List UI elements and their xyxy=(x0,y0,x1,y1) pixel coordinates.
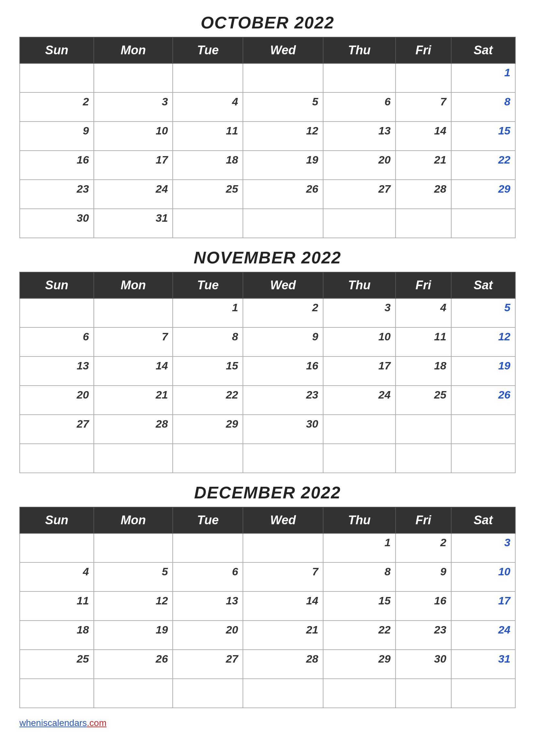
table-row: 23242526272829 xyxy=(20,180,515,209)
oct-header-thu: Thu xyxy=(323,37,396,63)
calendar-cell: 15 xyxy=(173,357,243,386)
calendar-cell: 0 xyxy=(451,415,515,444)
calendar-cell: 0 xyxy=(323,209,396,238)
table-row: 27282930000 xyxy=(20,415,515,444)
calendar-cell: 0 xyxy=(396,679,451,708)
calendar-cell: 0 xyxy=(94,63,173,93)
calendar-cell: 0 xyxy=(94,444,173,473)
footer: wheniscalendars.com xyxy=(19,718,516,728)
calendar-cell: 22 xyxy=(173,386,243,415)
oct-header-sat: Sat xyxy=(451,37,515,63)
calendar-cell: 11 xyxy=(20,591,94,621)
dec-header-sat: Sat xyxy=(451,507,515,533)
calendar-cell: 6 xyxy=(323,93,396,122)
calendar-cell: 20 xyxy=(20,386,94,415)
calendar-cell: 16 xyxy=(20,150,94,180)
calendar-cell: 2 xyxy=(20,93,94,122)
table-row: 9101112131415 xyxy=(20,122,515,150)
calendar-cell: 0 xyxy=(20,63,94,93)
calendar-cell: 13 xyxy=(323,122,396,150)
calendar-cell: 30 xyxy=(243,415,323,444)
calendar-cell: 10 xyxy=(323,327,396,357)
calendar-cell: 8 xyxy=(323,562,396,591)
calendar-cell: 26 xyxy=(94,650,173,679)
calendar-cell: 27 xyxy=(173,650,243,679)
calendar-cell: 19 xyxy=(451,357,515,386)
calendar-cell: 0 xyxy=(20,533,94,562)
october-table: Sun Mon Tue Wed Thu Fri Sat 000000123456… xyxy=(19,37,516,238)
calendar-cell: 21 xyxy=(396,150,451,180)
oct-header-tue: Tue xyxy=(173,37,243,63)
calendar-cell: 22 xyxy=(451,150,515,180)
calendar-cell: 0 xyxy=(243,533,323,562)
nov-header-wed: Wed xyxy=(243,272,323,298)
calendar-cell: 17 xyxy=(451,591,515,621)
calendar-cell: 10 xyxy=(94,122,173,150)
calendar-cell: 1 xyxy=(451,63,515,93)
dec-header-wed: Wed xyxy=(243,507,323,533)
nov-header-mon: Mon xyxy=(94,272,173,298)
footer-link[interactable]: wheniscalendars.com xyxy=(19,718,106,728)
table-row: 303100000 xyxy=(20,209,515,238)
calendar-cell: 3 xyxy=(323,298,396,327)
calendar-cell: 28 xyxy=(94,415,173,444)
calendar-cell: 7 xyxy=(396,93,451,122)
calendar-cell: 7 xyxy=(243,562,323,591)
calendar-cell: 0 xyxy=(173,63,243,93)
table-row: 45678910 xyxy=(20,562,515,591)
calendar-cell: 0 xyxy=(243,679,323,708)
calendar-cell: 4 xyxy=(173,93,243,122)
calendar-cell: 29 xyxy=(173,415,243,444)
calendar-cell: 0 xyxy=(94,679,173,708)
calendar-cell: 17 xyxy=(323,357,396,386)
calendar-cell: 0 xyxy=(451,444,515,473)
calendar-cell: 28 xyxy=(243,650,323,679)
calendar-cell: 0 xyxy=(323,415,396,444)
oct-header-mon: Mon xyxy=(94,37,173,63)
calendar-cell: 0 xyxy=(323,444,396,473)
calendar-cell: 19 xyxy=(243,150,323,180)
calendar-cell: 9 xyxy=(396,562,451,591)
calendar-cell: 6 xyxy=(20,327,94,357)
calendar-cell: 18 xyxy=(173,150,243,180)
calendar-cell: 20 xyxy=(173,621,243,650)
calendar-cell: 0 xyxy=(94,533,173,562)
calendar-cell: 16 xyxy=(243,357,323,386)
calendar-cell: 12 xyxy=(451,327,515,357)
dec-header-mon: Mon xyxy=(94,507,173,533)
calendar-cell: 30 xyxy=(20,209,94,238)
calendar-cell: 0 xyxy=(20,298,94,327)
calendar-cell: 30 xyxy=(396,650,451,679)
calendar-cell: 8 xyxy=(451,93,515,122)
calendar-cell: 23 xyxy=(396,621,451,650)
calendar-cell: 0 xyxy=(451,209,515,238)
calendar-cell: 5 xyxy=(94,562,173,591)
calendar-cell: 11 xyxy=(396,327,451,357)
calendar-cell: 21 xyxy=(94,386,173,415)
calendar-cell: 0 xyxy=(243,63,323,93)
calendar-cell: 17 xyxy=(94,150,173,180)
calendar-cell: 13 xyxy=(173,591,243,621)
calendar-cell: 31 xyxy=(451,650,515,679)
calendar-cell: 25 xyxy=(173,180,243,209)
table-row: 16171819202122 xyxy=(20,150,515,180)
nov-header-tue: Tue xyxy=(173,272,243,298)
calendar-cell: 8 xyxy=(173,327,243,357)
october-section: OCTOBER 2022 Sun Mon Tue Wed Thu Fri Sat… xyxy=(19,13,516,238)
november-title: NOVEMBER 2022 xyxy=(19,248,516,267)
nov-header-fri: Fri xyxy=(396,272,451,298)
footer-link-com: .com xyxy=(87,718,107,728)
table-row: 0000000 xyxy=(20,444,515,473)
calendar-cell: 31 xyxy=(94,209,173,238)
calendar-cell: 4 xyxy=(20,562,94,591)
dec-header-fri: Fri xyxy=(396,507,451,533)
calendar-cell: 28 xyxy=(396,180,451,209)
calendar-cell: 1 xyxy=(173,298,243,327)
calendar-cell: 19 xyxy=(94,621,173,650)
table-row: 2345678 xyxy=(20,93,515,122)
calendar-cell: 22 xyxy=(323,621,396,650)
nov-header-sun: Sun xyxy=(20,272,94,298)
calendar-cell: 0 xyxy=(323,63,396,93)
table-row: 25262728293031 xyxy=(20,650,515,679)
december-title: DECEMBER 2022 xyxy=(19,483,516,502)
